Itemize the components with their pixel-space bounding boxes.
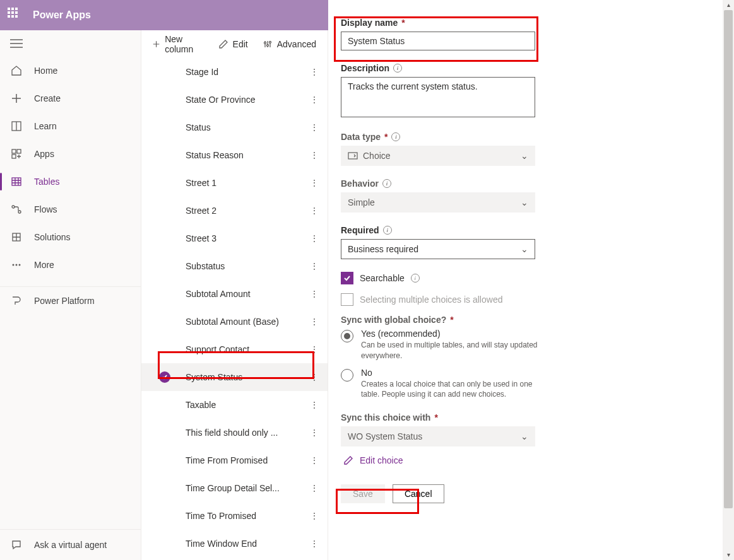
column-row[interactable]: Taxable⋮	[141, 391, 328, 419]
searchable-row[interactable]: Searchable i	[341, 272, 710, 284]
edit-choice-button[interactable]: Edit choice	[341, 450, 710, 470]
flow-icon	[10, 203, 23, 216]
column-row[interactable]: Time Window Start⋮	[141, 557, 328, 560]
display-name-input[interactable]	[341, 32, 535, 50]
nav-solutions[interactable]: Solutions	[0, 223, 141, 251]
column-row[interactable]: Street 2⋮	[141, 197, 328, 225]
nav-label: Power Platform	[34, 296, 95, 306]
column-row[interactable]: Subtotal Amount⋮	[141, 280, 328, 308]
column-row[interactable]: Stage Id⋮	[141, 58, 328, 86]
column-row[interactable]: This field should only ...⋮	[141, 419, 328, 446]
nav-more[interactable]: More	[0, 251, 141, 279]
nav-tables[interactable]: Tables	[0, 168, 141, 195]
sync-yes-row: Yes (recommended) Can be used in multipl…	[341, 329, 710, 361]
row-more-icon[interactable]: ⋮	[305, 92, 324, 107]
nav-label: Create	[34, 93, 61, 103]
column-row[interactable]: Street 3⋮	[141, 225, 328, 252]
description-input[interactable]	[341, 77, 535, 117]
column-name: This field should only ...	[186, 428, 278, 438]
app-launcher-icon[interactable]	[8, 8, 23, 23]
row-more-icon[interactable]: ⋮	[305, 425, 324, 440]
multiple-row: Selecting multiple choices is allowed	[341, 293, 710, 306]
nav-create[interactable]: Create	[0, 85, 141, 112]
nav-power-platform[interactable]: Power Platform	[0, 286, 141, 315]
row-more-icon[interactable]: ⋮	[305, 286, 324, 301]
behavior-section: Behaviori Simple ⌄	[341, 178, 710, 213]
multiple-checkbox	[341, 293, 353, 306]
cancel-button[interactable]: Cancel	[393, 484, 444, 503]
nav-home[interactable]: Home	[0, 57, 141, 85]
row-more-icon[interactable]: ⋮	[305, 370, 324, 385]
behavior-label: Behaviori	[341, 178, 710, 189]
scroll-down-icon[interactable]: ▾	[725, 551, 732, 559]
solutions-icon	[10, 231, 23, 243]
column-row[interactable]: Substatus⋮	[141, 252, 328, 280]
scrollbar-thumb[interactable]	[724, 10, 733, 508]
nav-learn[interactable]: Learn	[0, 112, 141, 140]
new-column-button[interactable]: New column	[146, 30, 210, 58]
column-name: Street 3	[186, 233, 216, 243]
row-more-icon[interactable]: ⋮	[305, 536, 324, 551]
column-name: Subtotal Amount	[186, 289, 251, 299]
behavior-select: Simple ⌄	[341, 192, 535, 213]
column-row[interactable]: Status Reason⋮	[141, 141, 328, 169]
info-icon[interactable]: i	[391, 132, 400, 141]
column-list[interactable]: Stage Id⋮State Or Province⋮Status⋮Status…	[141, 58, 328, 560]
column-row[interactable]: Support Contact⋮	[141, 335, 328, 363]
svg-rect-1	[12, 149, 16, 153]
column-row[interactable]: State Or Province⋮	[141, 86, 328, 114]
svg-rect-3	[12, 155, 16, 158]
required-select[interactable]: Business required ⌄	[341, 239, 535, 259]
home-icon	[10, 64, 23, 77]
info-icon[interactable]: i	[383, 226, 392, 235]
column-row[interactable]: Street 1⋮	[141, 169, 328, 197]
nav-label: Solutions	[34, 232, 71, 242]
chevron-down-icon: ⌄	[521, 197, 528, 207]
row-more-icon[interactable]: ⋮	[305, 481, 324, 496]
display-name-label: Display name*	[341, 18, 710, 28]
row-more-icon[interactable]: ⋮	[305, 64, 324, 79]
row-more-icon[interactable]: ⋮	[305, 259, 324, 274]
row-more-icon[interactable]: ⋮	[305, 148, 324, 163]
nav-label: More	[34, 260, 54, 270]
row-more-icon[interactable]: ⋮	[305, 175, 324, 190]
advanced-button[interactable]: Advanced	[257, 35, 323, 53]
vertical-scrollbar[interactable]: ▴ ▾	[723, 0, 734, 560]
info-icon[interactable]: i	[382, 179, 391, 188]
row-more-icon[interactable]: ⋮	[305, 453, 324, 468]
column-row[interactable]: Subtotal Amount (Base)⋮	[141, 308, 328, 335]
searchable-checkbox[interactable]	[341, 272, 353, 284]
column-row[interactable]: Status⋮	[141, 114, 328, 141]
column-row[interactable]: Time Window End⋮	[141, 530, 328, 557]
row-more-icon[interactable]: ⋮	[305, 342, 324, 357]
row-more-icon[interactable]: ⋮	[305, 508, 324, 523]
scroll-up-icon[interactable]: ▴	[725, 1, 732, 9]
sync-yes-radio	[341, 330, 353, 342]
column-name: Status	[186, 122, 211, 132]
column-name: Street 2	[186, 206, 216, 216]
column-row[interactable]: System Status⋮	[141, 363, 328, 391]
column-row[interactable]: Time To Promised⋮	[141, 502, 328, 530]
nav-collapse-button[interactable]	[0, 30, 141, 57]
chat-icon	[10, 539, 23, 551]
info-icon[interactable]: i	[411, 274, 420, 283]
row-more-icon[interactable]: ⋮	[305, 314, 324, 329]
nav-label: Apps	[34, 149, 54, 159]
svg-rect-2	[17, 149, 21, 153]
save-button: Save	[341, 484, 385, 503]
nav-apps[interactable]: Apps	[0, 140, 141, 168]
edit-button[interactable]: Edit	[213, 35, 254, 53]
svg-point-8	[13, 264, 15, 266]
row-more-icon[interactable]: ⋮	[305, 203, 324, 218]
row-more-icon[interactable]: ⋮	[305, 120, 324, 135]
row-more-icon[interactable]: ⋮	[305, 231, 324, 246]
row-more-icon[interactable]: ⋮	[305, 397, 324, 412]
chevron-down-icon: ⌄	[521, 431, 528, 441]
column-row[interactable]: Time From Promised⋮	[141, 446, 328, 474]
column-row[interactable]: Time Group Detail Sel...⋮	[141, 474, 328, 502]
nav-flows[interactable]: Flows	[0, 195, 141, 223]
column-name: System Status	[186, 372, 242, 382]
column-name: State Or Province	[186, 95, 256, 105]
ask-virtual-agent[interactable]: Ask a virtual agent	[0, 529, 141, 560]
info-icon[interactable]: i	[393, 64, 402, 73]
